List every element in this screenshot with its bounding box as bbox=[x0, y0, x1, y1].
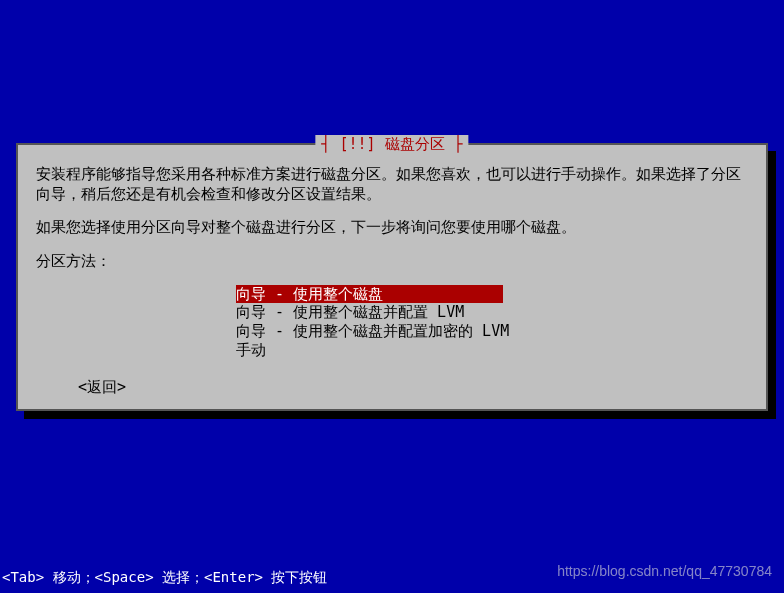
partition-dialog: ┤ [!!] 磁盘分区 ├ 安装程序能够指导您采用各种标准方案进行磁盘分区。如果… bbox=[16, 143, 768, 411]
go-back-button[interactable]: <返回> bbox=[78, 378, 748, 397]
dialog-paragraph-2: 如果您选择使用分区向导对整个磁盘进行分区，下一步将询问您要使用哪个磁盘。 bbox=[36, 218, 748, 238]
option-guided-encrypted-lvm[interactable]: 向导 - 使用整个磁盘并配置加密的 LVM bbox=[236, 322, 509, 340]
option-guided-lvm[interactable]: 向导 - 使用整个磁盘并配置 LVM bbox=[236, 303, 464, 321]
option-guided-whole-disk[interactable]: 向导 - 使用整个磁盘 bbox=[236, 285, 503, 304]
option-manual[interactable]: 手动 bbox=[236, 341, 266, 359]
watermark-text: https://blog.csdn.net/qq_47730784 bbox=[557, 563, 772, 579]
dialog-title: ┤ [!!] 磁盘分区 ├ bbox=[315, 135, 468, 154]
dialog-paragraph-1: 安装程序能够指导您采用各种标准方案进行磁盘分区。如果您喜欢，也可以进行手动操作。… bbox=[36, 165, 748, 204]
partition-method-options: 向导 - 使用整个磁盘 向导 - 使用整个磁盘并配置 LVM 向导 - 使用整个… bbox=[236, 285, 748, 360]
method-label: 分区方法： bbox=[36, 252, 748, 271]
dialog-wrapper: ┤ [!!] 磁盘分区 ├ 安装程序能够指导您采用各种标准方案进行磁盘分区。如果… bbox=[16, 143, 768, 411]
footer-keybind-hint: <Tab> 移动；<Space> 选择；<Enter> 按下按钮 bbox=[2, 569, 327, 587]
